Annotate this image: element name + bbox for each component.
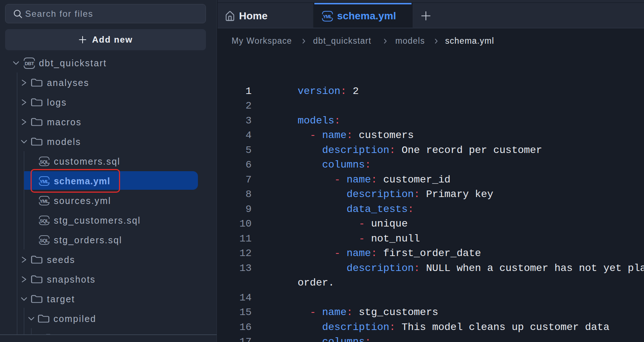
svg-text:SQL: SQL [40,237,49,243]
svg-text:DBT: DBT [25,61,35,66]
svg-text:SQL: SQL [40,218,49,223]
svg-text:SQL: SQL [40,159,49,164]
svg-text:YML: YML [323,14,332,19]
svg-text:YML: YML [40,198,49,204]
